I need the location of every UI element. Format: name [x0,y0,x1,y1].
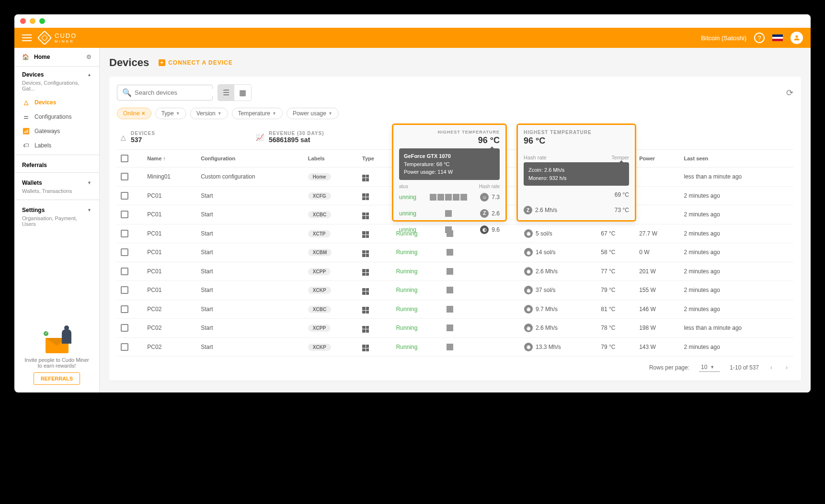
sidebar-settings-section[interactable]: Settings ▼ [14,202,99,215]
nav-label: Configurations [34,113,71,120]
row-checkbox[interactable] [121,248,128,256]
account-icon[interactable] [791,32,803,44]
label-chip[interactable]: XCBC [308,211,331,218]
filter-type[interactable]: Type▼ [155,108,186,119]
col-labels[interactable]: Labels [304,150,358,168]
filter-power[interactable]: Power usage▼ [286,108,339,119]
cell-temp: 67 °C [597,224,635,243]
refresh-icon[interactable]: ⟳ [786,88,793,98]
stat-value: 56861895 sat [269,136,324,144]
sidebar-wallets-section[interactable]: Wallets ▼ [14,175,99,188]
rows-per-page-select[interactable]: 10 ▼ [699,364,720,372]
row-checkbox[interactable] [121,192,128,200]
filter-temperature[interactable]: Temperature▼ [232,108,283,119]
label-chip[interactable]: XCPP [308,325,331,332]
section-title: Wallets [22,179,42,186]
language-flag-icon[interactable] [772,34,783,41]
col-name[interactable]: Name ↑ [143,150,197,168]
window-maximize[interactable] [39,18,45,24]
cell-power: 155 W [635,281,680,300]
label-chip[interactable]: XCBM [308,249,332,256]
label-chip[interactable]: XCKP [308,287,331,294]
close-icon[interactable]: × [142,110,145,117]
highlight-hashrate-tooltip: HIGHEST TEMPERATURE 96 °C Hash rate Temp… [516,123,636,222]
cell-config: Start [197,224,304,243]
sidebar-item-gateways[interactable]: 📶 Gateways [14,124,99,138]
sidebar-referrals[interactable]: Referrals [14,157,99,170]
label-chip[interactable]: Home [308,173,331,180]
view-list-button[interactable]: ☰ [218,85,234,101]
tag-icon: 🏷 [22,142,30,149]
highlight-gpu-tooltip: HIGHEST TEMPERATURE 96 °C GeForce GTX 10… [392,123,507,222]
next-page-button[interactable]: › [784,362,790,373]
table-row[interactable]: PC01 Start XCPP Running ◉2.6 Mh/s 77 °C … [117,262,793,281]
coin-icon: ◉ [524,305,533,314]
label-chip[interactable]: XCKP [308,344,331,351]
filter-version[interactable]: Version▼ [190,108,228,119]
cell-name: PC02 [143,337,197,357]
logo[interactable]: CUDO MINER [39,32,77,44]
row-checkbox[interactable] [121,286,128,294]
chip-label: Temperature [238,110,270,117]
sliders-icon: ⚌ [22,113,30,120]
select-all-checkbox[interactable] [121,155,128,162]
col-type[interactable]: Type [358,150,392,168]
search-field[interactable] [135,89,215,96]
sidebar-devices-section[interactable]: Devices ▲ [14,67,99,80]
sidebar-item-configurations[interactable]: ⚌ Configurations [14,110,99,124]
row-checkbox[interactable] [121,324,128,332]
invite-illustration [43,329,71,353]
logo-icon [37,30,52,45]
col-lastseen[interactable]: Last seen [680,150,794,168]
sidebar-item-devices[interactable]: △ Devices [14,95,99,110]
table-row[interactable]: PC02 Start XCKP Running ◉13.3 Mh/s 79 °C… [117,337,793,357]
hardware-blocks [447,306,517,313]
row-checkbox[interactable] [121,173,128,180]
cell-name: PC01 [143,186,197,205]
chevron-down-icon: ▼ [87,180,92,185]
connect-device-link[interactable]: + CONNECT A DEVICE [159,59,232,66]
row-checkbox[interactable] [121,211,128,218]
nav-label: Gateways [34,128,60,134]
col-power[interactable]: Power [635,150,680,168]
home-label: Home [34,54,50,60]
sidebar-home[interactable]: 🏠 Home ⚙ [14,48,99,67]
cell-lastseen: 2 minutes ago [680,337,794,357]
filter-online[interactable]: Online × [117,108,151,119]
table-row[interactable]: PC02 Start XCPP Running ◉2.6 Mh/s 78 °C … [117,319,793,338]
cell-name: PC01 [143,243,197,262]
row-checkbox[interactable] [121,305,128,313]
cell-power: 0 W [635,243,680,262]
referrals-button[interactable]: REFERRALS [34,372,80,385]
cell-name: Mining01 [143,168,197,187]
table-row[interactable]: PC02 Start XCBC Running ◉9.7 Mh/s 81 °C … [117,300,793,319]
table-row[interactable]: PC01 Start XCKP Running ◉37 sol/s 79 °C … [117,281,793,300]
sidebar-item-labels[interactable]: 🏷 Labels [14,138,99,153]
help-icon[interactable]: ? [754,33,765,43]
window-minimize[interactable] [30,18,35,24]
label-chip[interactable]: XCTP [308,230,331,237]
label-chip[interactable]: XCFG [308,192,331,200]
row-checkbox[interactable] [121,230,128,237]
prev-page-button[interactable]: ‹ [768,362,774,373]
gear-icon[interactable]: ⚙ [86,54,92,60]
label-chip[interactable]: XCPP [308,268,331,275]
view-grid-button[interactable]: ▦ [234,85,251,101]
cell-temp: 79 °C [597,281,635,300]
balance-label[interactable]: Bitcoin (Satoshi) [701,34,746,42]
chevron-down-icon: ▼ [272,111,276,116]
hardware-blocks [447,268,517,275]
windows-icon [362,288,369,295]
highest-temp-value: 96 °C [399,135,500,146]
label-chip[interactable]: XCBC [308,306,331,313]
windows-icon [362,345,369,351]
row-checkbox[interactable] [121,268,128,275]
window-close[interactable] [20,18,26,24]
menu-icon[interactable] [22,34,32,41]
cell-config: Start [197,300,304,319]
col-config[interactable]: Configuration [197,150,304,168]
table-row[interactable]: PC01 Start XCBM Running ◉14 sol/s 58 °C … [117,243,793,262]
cell-lastseen: 2 minutes ago [680,262,794,281]
row-checkbox[interactable] [121,343,128,351]
search-input[interactable]: 🔍 [117,85,213,101]
